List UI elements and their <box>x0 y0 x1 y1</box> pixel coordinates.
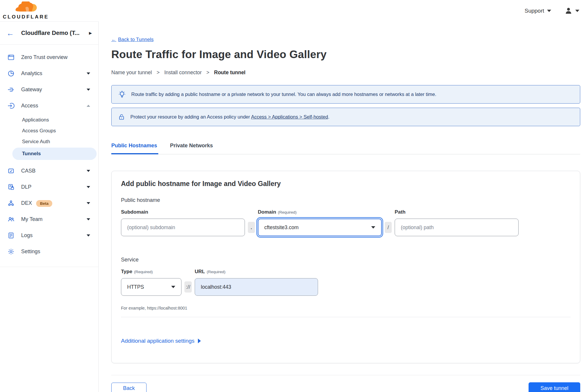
sidebar-item-dex[interactable]: DEXBeta <box>0 195 98 211</box>
chevron-down-icon <box>87 89 90 91</box>
main-content: ← Back to Tunnels Route Traffic for Imag… <box>99 21 587 392</box>
tip-banner: Route traffic by adding a public hostnam… <box>111 85 580 104</box>
sidebar-nav: Zero Trust overview Analytics Gateway <box>0 45 98 267</box>
page-title: Route Traffic for Image and Video Galler… <box>111 48 580 61</box>
sidebar-item-zero-trust-overview[interactable]: Zero Trust overview <box>0 49 98 65</box>
cloudflare-logo: CLOUDFLARE <box>5 1 46 20</box>
required-hint: (Required) <box>207 270 226 274</box>
service-field-row: Type(Required) HTTPS :// URL(Required) <box>121 269 571 296</box>
tab-bar: Public Hostnames Private Networks <box>111 143 580 154</box>
service-type-select[interactable]: HTTPS <box>121 278 181 296</box>
sidebar-item-gateway[interactable]: Gateway <box>0 82 98 98</box>
team-icon <box>7 216 15 223</box>
protect-banner: Protect your resource by adding an Acces… <box>111 108 580 126</box>
sidebar-item-settings[interactable]: Settings <box>0 244 98 260</box>
step-name-your-tunnel: Name your tunnel <box>111 70 152 76</box>
account-header: ← Cloudflare Demo (T... ▶ <box>0 22 98 45</box>
chevron-down-icon <box>87 202 90 204</box>
tab-public-hostnames[interactable]: Public Hostnames <box>111 143 158 154</box>
sidebar-item-label: Service Auth <box>22 139 50 145</box>
path-field-group: Path <box>395 209 519 236</box>
tip-banner-text: Route traffic by adding a public hostnam… <box>131 92 436 97</box>
wizard-steps: Name your tunnel > Install connector > R… <box>111 70 580 76</box>
sidebar-item-applications[interactable]: Applications <box>0 114 98 125</box>
save-tunnel-button[interactable]: Save tunnel <box>529 382 580 392</box>
subdomain-label: Subdomain <box>121 209 245 215</box>
sidebar-item-access-groups[interactable]: Access Groups <box>0 125 98 136</box>
sidebar-item-dlp[interactable]: DLP <box>0 179 98 195</box>
beta-badge: Beta <box>36 200 52 207</box>
public-hostname-label: Public hostname <box>121 197 571 203</box>
topbar-actions: Support <box>524 7 579 15</box>
sidebar-item-label: My Team <box>21 216 80 222</box>
access-submenu: Applications Access Groups Service Auth … <box>0 114 98 160</box>
card-divider <box>121 317 571 317</box>
gear-icon <box>7 248 15 256</box>
account-name: Cloudflare Demo (T... <box>21 30 82 36</box>
subdomain-field-group: Subdomain <box>121 209 245 236</box>
casb-icon <box>7 167 15 175</box>
sidebar-item-label: Access <box>21 103 80 109</box>
access-applications-link[interactable]: Access > Applications > Self-hosted <box>251 114 328 119</box>
footer-divider <box>111 375 580 375</box>
sidebar-item-label: Tunnels <box>22 151 41 157</box>
sidebar-item-service-auth[interactable]: Service Auth <box>0 136 98 147</box>
required-hint: (Required) <box>278 210 297 214</box>
sidebar-item-label: Settings <box>21 249 90 255</box>
top-bar: CLOUDFLARE Support <box>0 0 587 21</box>
step-install-connector: Install connector <box>164 70 201 76</box>
hostname-field-row: Subdomain . Domain(Required) cftestsite3… <box>121 209 571 236</box>
path-input[interactable] <box>395 219 519 236</box>
domain-select[interactable]: cftestsite3.com <box>258 219 382 236</box>
logs-icon <box>7 232 15 239</box>
left-arrow-icon: ← <box>111 37 116 43</box>
subdomain-input[interactable] <box>121 219 245 236</box>
lock-icon <box>118 114 125 121</box>
sidebar-item-label: Gateway <box>21 87 80 93</box>
url-field-group: URL(Required) <box>195 269 318 296</box>
sidebar-item-casb[interactable]: CASB <box>0 163 98 179</box>
step-route-tunnel: Route tunnel <box>214 70 245 76</box>
public-hostname-card: Add public hostname for Image and Video … <box>111 171 580 363</box>
required-hint: (Required) <box>134 270 153 274</box>
footer-actions: Back Save tunnel <box>111 382 580 392</box>
support-label: Support <box>524 8 544 14</box>
chevron-right-icon[interactable]: ▶ <box>89 31 92 35</box>
sidebar-item-label: Access Groups <box>22 128 56 134</box>
access-icon <box>7 102 15 110</box>
chevron-down-icon <box>171 286 175 288</box>
service-type-value: HTTPS <box>127 284 144 290</box>
back-to-tunnels-link[interactable]: ← Back to Tunnels <box>111 37 154 43</box>
path-label: Path <box>395 209 519 215</box>
url-label: URL(Required) <box>195 269 318 275</box>
user-menu[interactable] <box>565 7 579 15</box>
service-label: Service <box>121 257 571 263</box>
sidebar-item-analytics[interactable]: Analytics <box>0 65 98 82</box>
back-arrow-icon[interactable]: ← <box>6 29 14 37</box>
additional-settings-toggle[interactable]: Additional application settings <box>121 338 201 344</box>
support-menu[interactable]: Support <box>524 8 551 14</box>
service-url-input[interactable] <box>195 278 318 296</box>
chevron-down-icon <box>87 218 90 220</box>
sidebar-item-my-team[interactable]: My Team <box>0 211 98 227</box>
chevron-down-icon <box>87 72 90 75</box>
sidebar-item-tunnels[interactable]: Tunnels <box>12 148 97 160</box>
sidebar-item-label: Analytics <box>21 70 80 77</box>
sidebar-item-label: CASB <box>21 168 80 174</box>
sidebar-item-label: Logs <box>21 232 80 239</box>
chevron-up-icon <box>87 105 90 107</box>
domain-select-value: cftestsite3.com <box>264 224 299 231</box>
chevron-down-icon <box>575 10 579 12</box>
type-field-group: Type(Required) HTTPS <box>121 269 181 296</box>
type-label: Type(Required) <box>121 269 181 275</box>
url-example-hint: For example, https://localhost:8001 <box>121 306 571 310</box>
protect-banner-text: Protect your resource by adding an Acces… <box>130 114 329 120</box>
chevron-right-icon <box>198 339 201 343</box>
back-button[interactable]: Back <box>111 383 147 392</box>
sidebar: ← Cloudflare Demo (T... ▶ Zero Trust ove… <box>0 21 99 392</box>
tab-private-networks[interactable]: Private Networks <box>170 143 213 154</box>
sidebar-item-access[interactable]: Access <box>0 98 98 114</box>
cloudflare-cloud-icon <box>14 1 37 14</box>
chevron-down-icon <box>87 186 90 188</box>
sidebar-item-logs[interactable]: Logs <box>0 227 98 244</box>
